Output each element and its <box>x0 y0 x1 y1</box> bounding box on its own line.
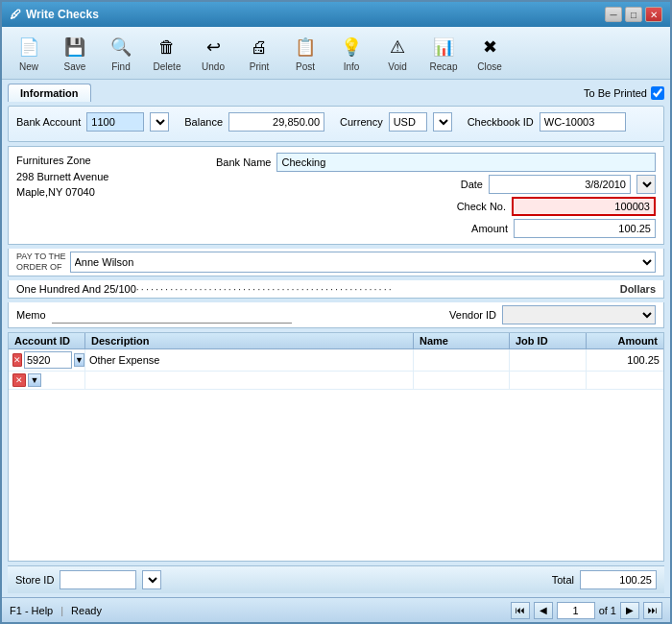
memo-section: Memo <box>16 306 292 324</box>
info-button[interactable]: 💡 Info <box>330 31 372 75</box>
bank-name-label: Bank Name <box>216 156 271 168</box>
vendor-id-select[interactable] <box>502 305 656 324</box>
row1-delete-button[interactable]: ✕ <box>12 353 22 367</box>
to-be-printed-checkbox[interactable] <box>651 86 664 100</box>
minimize-button[interactable]: ─ <box>605 7 622 22</box>
to-be-printed-section: To Be Printed <box>584 86 664 100</box>
pay-to-row: PAY TO THEORDER OF Anne Wilson <box>8 249 664 276</box>
row1-description: Other Expense <box>89 354 159 366</box>
print-label: Print <box>250 61 270 72</box>
recap-label: Recap <box>430 61 458 72</box>
store-id-section: Store ID ▼ <box>15 570 161 589</box>
title-bar: 🖊 Write Checks ─ □ ✕ <box>2 2 670 27</box>
amount-input[interactable] <box>514 219 656 238</box>
undo-label: Undo <box>202 61 225 72</box>
window-icon: 🖊 <box>10 8 21 21</box>
checkbook-id-input[interactable] <box>540 112 626 132</box>
print-button[interactable]: 🖨 Print <box>238 31 280 75</box>
col-account-id: Account ID <box>9 333 85 348</box>
table-row: ✕ ▼ <box>9 372 663 390</box>
print-icon: 🖨 <box>246 34 273 60</box>
help-text: F1 - Help <box>10 605 53 616</box>
maximize-button[interactable]: □ <box>625 7 642 22</box>
date-dropdown[interactable]: ▼ <box>636 175 656 194</box>
amount-row: Amount <box>216 219 656 238</box>
last-page-button[interactable]: ⏭ <box>643 602 662 619</box>
post-label: Post <box>296 61 315 72</box>
bank-account-dropdown[interactable]: ▼ <box>150 112 169 132</box>
row1-amount: 100.25 <box>627 354 660 366</box>
window-title: Write Checks <box>26 8 99 21</box>
save-button[interactable]: 💾 Save <box>54 31 96 75</box>
balance-input[interactable] <box>228 112 324 132</box>
store-id-input[interactable] <box>60 570 136 589</box>
amount-words: One Hundred And 25/100 <box>16 283 136 295</box>
pay-to-label: PAY TO THEORDER OF <box>16 252 66 273</box>
post-icon: 📋 <box>292 34 319 60</box>
check-company-info: Furnitures Zone 298 Burnett Avenue Maple… <box>16 153 208 238</box>
next-page-button[interactable]: ▶ <box>620 602 639 619</box>
company-address2: Maple,NY 07040 <box>16 184 208 201</box>
row2-account-dropdown[interactable]: ▼ <box>28 373 41 387</box>
find-icon: 🔍 <box>108 34 134 60</box>
delete-label: Delete <box>154 61 181 72</box>
void-icon: ⚠ <box>384 34 411 60</box>
check-right-section: Bank Name Date ▼ Check No. Amount <box>216 153 656 238</box>
delete-button[interactable]: 🗑 Delete <box>146 31 188 75</box>
page-number-input[interactable] <box>557 602 595 619</box>
grid-header: Account ID Description Name Job ID Amoun… <box>9 333 663 349</box>
total-section: Total <box>552 570 657 589</box>
check-no-input[interactable] <box>512 197 656 216</box>
bank-name-input[interactable] <box>276 153 656 172</box>
close-button[interactable]: ✖ Close <box>468 31 511 75</box>
row1-account-id-input[interactable] <box>24 351 72 369</box>
title-bar-left: 🖊 Write Checks <box>10 8 99 21</box>
accounts-grid: Account ID Description Name Job ID Amoun… <box>8 332 664 562</box>
row1-description-cell: Other Expense <box>85 349 414 371</box>
close-window-button[interactable]: ✕ <box>645 7 662 22</box>
col-amount: Amount <box>587 333 663 348</box>
bank-account-label: Bank Account <box>16 116 81 128</box>
row1-job-id-cell <box>510 349 587 371</box>
vendor-section: Vendor ID <box>449 305 656 324</box>
bank-account-row: Bank Account ▼ Balance Currency ▼ Checkb… <box>16 112 656 132</box>
currency-dropdown[interactable]: ▼ <box>433 112 452 132</box>
of-pages-label: of 1 <box>599 605 616 616</box>
content-area: Information To Be Printed Bank Account ▼… <box>2 80 670 597</box>
status-bar: F1 - Help | Ready ⏮ ◀ of 1 ▶ ⏭ <box>2 597 670 622</box>
row2-name-cell <box>414 372 510 389</box>
store-id-dropdown[interactable]: ▼ <box>142 570 161 589</box>
company-address1: 298 Burnett Avenue <box>16 169 208 185</box>
memo-input[interactable] <box>52 306 292 324</box>
pay-to-select[interactable]: Anne Wilson <box>70 252 656 273</box>
main-window: 🖊 Write Checks ─ □ ✕ 📄 New 💾 Save 🔍 Find… <box>0 0 672 624</box>
prev-page-button[interactable]: ◀ <box>534 602 553 619</box>
col-job-id: Job ID <box>510 333 587 348</box>
grid-body: ✕ ▼ Other Expense 100.25 <box>9 349 663 561</box>
new-button[interactable]: 📄 New <box>8 31 50 75</box>
row2-delete-button[interactable]: ✕ <box>12 373 26 387</box>
bank-name-row: Bank Name <box>216 153 656 172</box>
currency-input[interactable] <box>389 112 427 132</box>
bank-account-input[interactable] <box>86 112 144 132</box>
dollars-label: Dollars <box>620 283 656 295</box>
amount-words-row: One Hundred And 25/100 ·················… <box>8 280 664 299</box>
new-label: New <box>19 61 38 72</box>
balance-label: Balance <box>184 116 223 128</box>
dots: ········································… <box>136 283 620 295</box>
void-button[interactable]: ⚠ Void <box>376 31 419 75</box>
row1-amount-cell: 100.25 <box>587 349 663 371</box>
checkbook-id-label: Checkbook ID <box>468 116 534 128</box>
tab-information[interactable]: Information <box>8 84 91 102</box>
undo-button[interactable]: ↩ Undo <box>192 31 234 75</box>
first-page-button[interactable]: ⏮ <box>511 602 530 619</box>
status-right: ⏮ ◀ of 1 ▶ ⏭ <box>511 602 662 619</box>
date-input[interactable] <box>489 175 631 194</box>
row2-description-cell <box>85 372 414 389</box>
recap-button[interactable]: 📊 Recap <box>422 31 465 75</box>
post-button[interactable]: 📋 Post <box>284 31 326 75</box>
top-form: Bank Account ▼ Balance Currency ▼ Checkb… <box>8 106 664 142</box>
info-icon: 💡 <box>338 34 365 60</box>
row1-account-dropdown[interactable]: ▼ <box>74 353 84 367</box>
find-button[interactable]: 🔍 Find <box>100 31 142 75</box>
